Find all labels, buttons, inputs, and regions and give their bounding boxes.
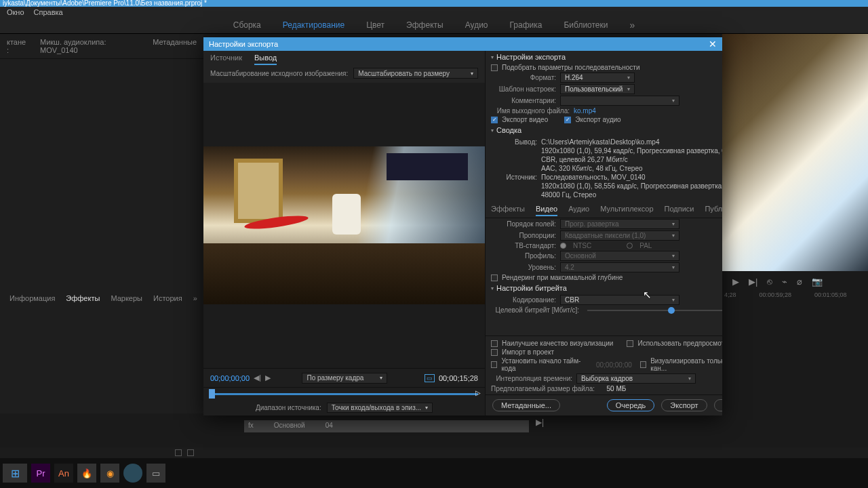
ws-color[interactable]: Цвет [366, 20, 384, 30]
lp-markers[interactable]: Маркеры [111, 294, 142, 302]
vtab-effects[interactable]: Эффекты [491, 205, 525, 216]
timecode-out: 00;00;15;28 [439, 374, 478, 382]
ws-effects[interactable]: Эффекты [406, 20, 443, 30]
left-tab-2[interactable]: Микш. аудиоклипа: MOV_0140 [40, 38, 142, 54]
max-quality-checkbox[interactable] [491, 340, 498, 347]
level-select[interactable]: 4.2 [560, 262, 679, 272]
play-in-icon[interactable]: ◀| [254, 373, 261, 382]
lp-more[interactable]: » [193, 294, 197, 302]
dialog-titlebar[interactable]: Настройки экспорта ✕ [203, 37, 722, 51]
tl-step-icon[interactable]: ▶| [749, 277, 757, 287]
tab-output[interactable]: Вывод [254, 54, 277, 65]
status-icon-2[interactable] [187, 449, 194, 456]
export-settings-dialog: Настройки экспорта ✕ Источник Вывод Масш… [203, 37, 722, 415]
vtab-audio[interactable]: Аудио [568, 205, 589, 216]
metadata-button[interactable]: Метаданные... [492, 399, 560, 411]
taskbar-animate-icon[interactable]: An [54, 464, 73, 483]
profile-select[interactable]: Основной [560, 251, 679, 261]
menu-window[interactable]: Окно [7, 8, 24, 16]
taskbar-chrome-icon[interactable] [123, 464, 142, 483]
vtab-video[interactable]: Видео [536, 205, 557, 216]
video-tabs: Эффекты Видео Аудио Мультиплексор Подпис… [486, 203, 722, 218]
tl-btn-c[interactable]: ⌀ [797, 277, 802, 287]
timeline-endmark-icon: ▶| [536, 418, 544, 427]
vtab-captions[interactable]: Подписи [665, 205, 694, 216]
preset-label: Шаблон настроек: [491, 85, 556, 93]
menu-help[interactable]: Справка [34, 8, 63, 16]
taskbar: ⊞ Pr An 🔥 ◉ ▭ [0, 458, 868, 488]
tl-play-icon[interactable]: ▶ [732, 277, 739, 287]
scrub-bar[interactable]: ▷ [203, 387, 485, 399]
taskbar-app-icon[interactable]: 🔥 [77, 464, 96, 483]
preview-area [203, 83, 485, 368]
close-icon[interactable]: ✕ [709, 39, 717, 49]
ws-assembly[interactable]: Сборка [233, 20, 261, 30]
lp-info[interactable]: Информация [9, 294, 55, 302]
preset-select[interactable]: Пользовательский [560, 84, 635, 94]
alpha-only-checkbox[interactable] [640, 361, 646, 368]
max-depth-checkbox[interactable] [491, 274, 498, 281]
left-tab-1[interactable]: ктане : [7, 38, 29, 54]
bitrate-head[interactable]: Настройки битрейта [486, 282, 722, 294]
cancel-button[interactable]: Отмена [714, 399, 722, 411]
export-button[interactable]: Экспорт [661, 399, 707, 411]
ws-graphics[interactable]: Графика [510, 20, 542, 30]
dialog-buttons: Метаданные... Очередь Экспорт Отмена [486, 394, 722, 415]
ws-libraries[interactable]: Библиотеки [564, 20, 608, 30]
tab-source[interactable]: Источник [210, 54, 242, 65]
tl-btn-b[interactable]: ⌁ [782, 277, 787, 287]
left-panel: ктане : Микш. аудиоклипа: MOV_0140 Метад… [0, 34, 203, 413]
start-button[interactable]: ⊞ [3, 464, 27, 483]
dialog-right: Настройки экспорта Подобрать параметры п… [486, 51, 722, 415]
range-select[interactable]: Точки входа/выхода в эпиз... [327, 403, 433, 413]
dialog-left: Источник Вывод Масштабирование исходного… [203, 51, 486, 415]
footer-options: Наилучшее качество визуализации Использо… [486, 336, 722, 394]
left-tab-3[interactable]: Метаданные [153, 38, 197, 54]
status-icon-1[interactable] [175, 449, 182, 456]
ntsc-radio[interactable] [560, 243, 566, 249]
range-label: Диапазон источника: [256, 404, 321, 411]
export-video-label: Экспорт видео [502, 116, 548, 123]
vtab-publish[interactable]: Публикац... [705, 205, 722, 216]
format-label: Формат: [491, 74, 556, 81]
bitrate-slider[interactable] [587, 310, 722, 311]
export-audio-checkbox[interactable] [564, 117, 571, 123]
taskbar-blender-icon[interactable]: ◉ [100, 464, 119, 483]
taskbar-premiere-icon[interactable]: Pr [31, 464, 50, 483]
export-settings-head[interactable]: Настройки экспорта [486, 51, 722, 63]
ws-editing[interactable]: Редактирование [283, 20, 344, 30]
match-seq-checkbox[interactable] [491, 64, 498, 71]
tl-snapshot-icon[interactable]: 📷 [812, 277, 823, 287]
field-order-select[interactable]: Прогр. развертка [560, 219, 679, 229]
workspace-bar: Сборка Редактирование Цвет Эффекты Аудио… [0, 17, 868, 34]
scale-select[interactable]: Масштабировать по размеру [353, 68, 478, 79]
play-icon[interactable]: ▶ [265, 373, 271, 382]
comment-input[interactable] [560, 96, 679, 106]
timeline-clip[interactable]: fx Основной 04 [244, 420, 529, 432]
aspect-select[interactable]: Квадратные пиксели (1,0) [560, 230, 679, 241]
export-video-checkbox[interactable] [491, 117, 498, 123]
import-project-checkbox[interactable] [491, 349, 498, 356]
taskbar-explorer-icon[interactable]: ▭ [146, 464, 165, 483]
use-preview-checkbox[interactable] [627, 340, 633, 347]
lp-history[interactable]: История [153, 294, 182, 302]
encoding-select[interactable]: CBR [560, 295, 679, 305]
queue-button[interactable]: Очередь [607, 399, 655, 411]
video-settings-scroll[interactable]: Порядок полей:Прогр. развертка Пропорции… [486, 218, 722, 336]
tl-btn-a[interactable]: ⎋ [767, 277, 772, 287]
summary-head[interactable]: Сводка [486, 124, 722, 136]
scrub-playhead[interactable] [209, 389, 215, 399]
lp-effects[interactable]: Эффекты [66, 294, 100, 302]
ws-more[interactable]: » [629, 20, 635, 30]
ws-audio[interactable]: Аудио [465, 20, 488, 30]
format-select[interactable]: H.264 [560, 73, 635, 83]
vtab-mux[interactable]: Мультиплексор [600, 205, 653, 216]
fit-select[interactable]: По размеру кадра [302, 373, 387, 384]
set-tc-checkbox[interactable] [491, 361, 497, 368]
aspect-icon[interactable]: ▭ [425, 374, 435, 382]
scrub-end-icon[interactable]: ▷ [475, 389, 481, 396]
output-name-link[interactable]: ko.mp4 [574, 107, 596, 115]
timecode-in[interactable]: 00;00;00;00 [210, 374, 250, 382]
interp-select[interactable]: Выборка кадров [576, 373, 696, 384]
pal-radio[interactable] [627, 243, 633, 249]
